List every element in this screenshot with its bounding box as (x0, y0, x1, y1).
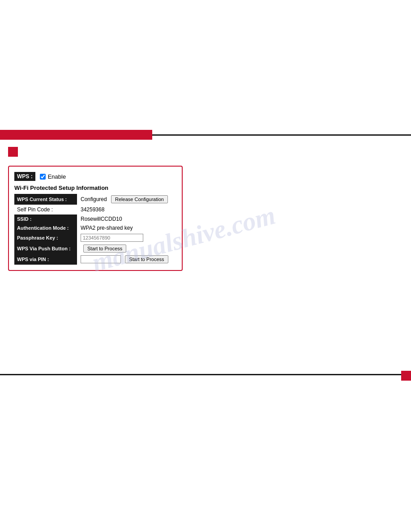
table-row: WPS via PIN : Start to Process (14, 254, 176, 265)
wps-info-table: WPS Current Status : Configured Release … (14, 194, 176, 265)
wps-panel: WPS : Enable Wi-Fi Protected Setup Infor… (8, 166, 183, 271)
push-button-start[interactable]: Start to Process (83, 245, 126, 253)
top-line (152, 134, 411, 136)
pin-start-button[interactable]: Start to Process (125, 255, 168, 263)
enable-label: Enable (48, 173, 66, 180)
wps-enable-row: WPS : Enable (14, 172, 176, 181)
top-banner (0, 130, 152, 140)
red-square-indicator (8, 147, 18, 157)
self-pin-label: Self Pin Code : (14, 205, 77, 215)
release-config-button[interactable]: Release Configuration (111, 195, 168, 203)
passphrase-label: Passphrase Key : (14, 232, 77, 243)
pin-input[interactable] (81, 255, 121, 263)
bottom-line (0, 374, 403, 375)
table-row: WPS Via Push Button : Start to Process (14, 243, 176, 254)
wps-enable-checkbox[interactable] (40, 174, 46, 180)
section-title: Wi-Fi Protected Setup Information (14, 184, 176, 191)
pin-input-cell: Start to Process (77, 254, 176, 265)
wps-enable-checkbox-area[interactable]: Enable (40, 173, 66, 180)
auth-mode-value: WPA2 pre-shared key (77, 223, 176, 232)
passphrase-input[interactable] (81, 234, 143, 242)
pin-label: WPS via PIN : (14, 254, 77, 265)
push-button-label: WPS Via Push Button : (14, 243, 77, 254)
ssid-value: RosewillCCDD10 (77, 215, 176, 223)
wps-status-label: WPS Current Status : (14, 194, 77, 205)
push-button-cell: Start to Process (77, 243, 176, 254)
auth-mode-label: Authentication Mode : (14, 223, 77, 232)
self-pin-value: 34259368 (77, 205, 176, 215)
wps-status-value: Configured Release Configuration (77, 194, 176, 205)
table-row: Self Pin Code : 34259368 (14, 205, 176, 215)
wps-label: WPS : (14, 172, 35, 181)
red-square-bottom (401, 371, 411, 381)
table-row: Authentication Mode : WPA2 pre-shared ke… (14, 223, 176, 232)
passphrase-input-cell[interactable] (77, 232, 176, 243)
table-row: SSID : RosewillCCDD10 (14, 215, 176, 223)
ssid-label: SSID : (14, 215, 77, 223)
table-row: Passphrase Key : (14, 232, 176, 243)
table-row: WPS Current Status : Configured Release … (14, 194, 176, 205)
